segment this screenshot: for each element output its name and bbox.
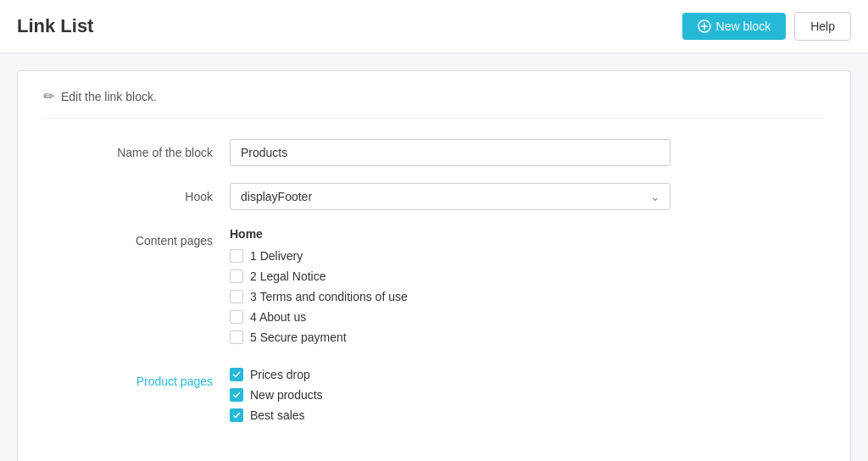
content-pages-row: Content pages Home 1 Delivery 2 Legal No… <box>43 227 825 351</box>
checkbox-label-pp1: Prices drop <box>250 368 310 381</box>
pencil-icon: ✏ <box>43 88 54 104</box>
checkmark-icon <box>232 370 241 379</box>
help-button[interactable]: Help <box>794 12 851 41</box>
hook-label: Hook <box>43 183 230 203</box>
main-content: ✏ Edit the link block. Name of the block… <box>0 53 868 461</box>
home-group-title: Home <box>230 227 670 241</box>
card-header: ✏ Edit the link block. <box>43 88 825 119</box>
edit-card: ✏ Edit the link block. Name of the block… <box>17 70 851 461</box>
list-item: 4 About us <box>230 310 670 324</box>
page-title: Link List <box>17 15 93 37</box>
checkmark-icon <box>232 411 241 419</box>
content-pages-section: Home 1 Delivery 2 Legal Notice 3 Terms a… <box>230 227 670 351</box>
checkbox-pp3[interactable] <box>230 408 243 422</box>
content-pages-label: Content pages <box>43 227 230 247</box>
checkbox-label-cp5: 5 Secure payment <box>250 330 347 344</box>
list-item: 1 Delivery <box>230 249 670 263</box>
list-item: 2 Legal Notice <box>230 269 670 283</box>
hook-select[interactable]: displayFooter displayHeader displayLeftC… <box>230 183 670 210</box>
top-bar: Link List New block Help <box>0 0 868 53</box>
checkbox-cp3[interactable] <box>230 290 243 303</box>
checkbox-pp2[interactable] <box>230 388 243 402</box>
checkbox-label-pp3: Best sales <box>250 408 305 422</box>
checkbox-label-pp2: New products <box>250 388 323 402</box>
list-item: Prices drop <box>230 368 670 381</box>
product-pages-label: Product pages <box>43 368 230 388</box>
hook-select-wrap: displayFooter displayHeader displayLeftC… <box>230 183 670 210</box>
list-item: New products <box>230 388 670 402</box>
checkbox-cp1[interactable] <box>230 249 243 263</box>
checkbox-label-cp3: 3 Terms and conditions of use <box>250 290 408 303</box>
name-control <box>230 139 670 166</box>
name-row: Name of the block <box>43 139 825 166</box>
name-input[interactable] <box>230 139 670 166</box>
top-actions: New block Help <box>682 12 851 41</box>
plus-circle-icon <box>698 19 711 33</box>
checkbox-label-cp2: 2 Legal Notice <box>250 269 326 283</box>
hook-row: Hook displayFooter displayHeader display… <box>43 183 825 210</box>
checkbox-label-cp1: 1 Delivery <box>250 249 303 263</box>
checkmark-icon <box>232 391 241 399</box>
new-block-button[interactable]: New block <box>682 13 787 40</box>
card-title: Edit the link block. <box>61 90 157 103</box>
checkbox-cp4[interactable] <box>230 310 243 324</box>
list-item: Best sales <box>230 408 670 422</box>
list-item: 5 Secure payment <box>230 330 670 344</box>
list-item: 3 Terms and conditions of use <box>230 290 670 303</box>
checkbox-cp5[interactable] <box>230 330 243 344</box>
checkbox-pp1[interactable] <box>230 368 243 381</box>
product-pages-section: Prices drop New products <box>230 368 670 429</box>
name-label: Name of the block <box>43 139 230 159</box>
product-pages-row: Product pages Prices drop <box>43 368 825 429</box>
checkbox-cp2[interactable] <box>230 269 243 283</box>
checkbox-label-cp4: 4 About us <box>250 310 306 324</box>
